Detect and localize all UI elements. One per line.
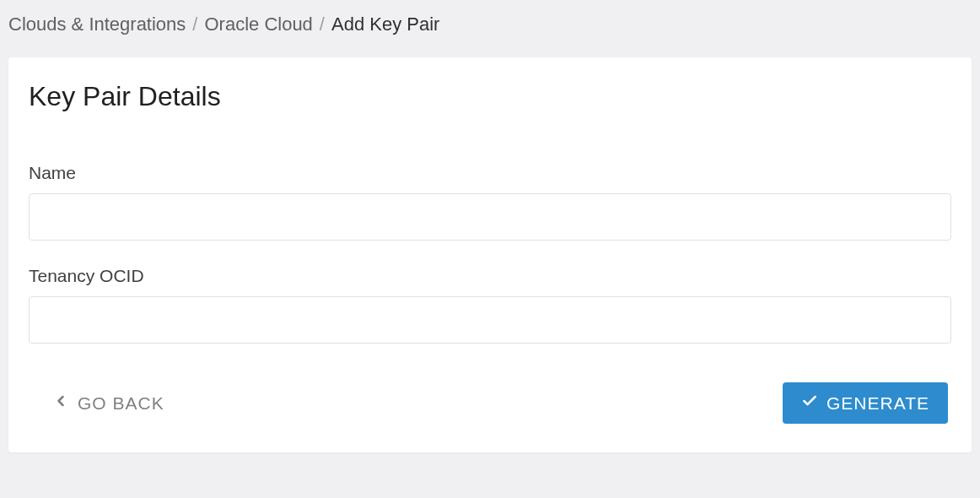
generate-label: GENERATE: [827, 393, 929, 414]
chevron-left-icon: [52, 392, 69, 414]
breadcrumb-separator: /: [192, 14, 197, 35]
tenancy-ocid-input[interactable]: [29, 296, 951, 344]
form-group-tenancy-ocid: Tenancy OCID: [29, 266, 951, 344]
page-title: Key Pair Details: [29, 81, 951, 112]
name-input[interactable]: [29, 193, 951, 241]
breadcrumb-current: Add Key Pair: [331, 14, 439, 35]
name-label: Name: [29, 163, 951, 183]
breadcrumb-link-clouds-integrations[interactable]: Clouds & Integrations: [8, 14, 186, 35]
go-back-label: GO BACK: [78, 393, 164, 414]
go-back-button[interactable]: GO BACK: [52, 382, 183, 424]
generate-button[interactable]: GENERATE: [783, 382, 948, 424]
tenancy-ocid-label: Tenancy OCID: [29, 266, 951, 286]
check-icon: [801, 392, 818, 414]
breadcrumb-link-oracle-cloud[interactable]: Oracle Cloud: [204, 14, 312, 35]
breadcrumb: Clouds & Integrations / Oracle Cloud / A…: [0, 0, 980, 49]
form-group-name: Name: [29, 163, 951, 241]
button-row: GO BACK GENERATE: [29, 382, 951, 424]
breadcrumb-separator: /: [320, 14, 325, 35]
key-pair-details-card: Key Pair Details Name Tenancy OCID GO BA…: [8, 57, 972, 452]
